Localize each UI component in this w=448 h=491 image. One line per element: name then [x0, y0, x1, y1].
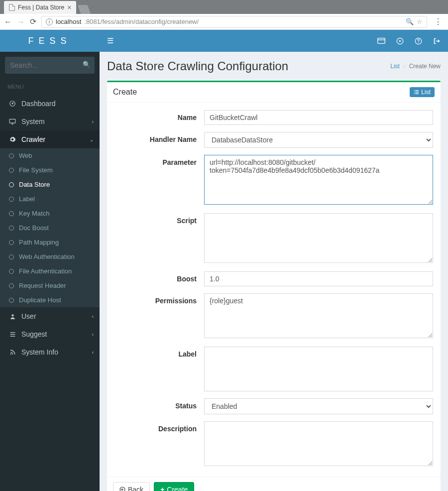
box-title: Create [113, 88, 137, 97]
create-button[interactable]: Create [154, 482, 194, 491]
svg-point-7 [10, 354, 11, 355]
hamburger-icon[interactable]: ☰ [107, 36, 113, 45]
script-textarea[interactable] [204, 213, 433, 263]
search-input[interactable] [5, 57, 95, 74]
close-icon[interactable]: × [67, 3, 71, 11]
sign-out-icon[interactable] [433, 37, 441, 45]
app-logo[interactable]: FESS [0, 30, 100, 52]
page-title: Data Store Crawling Configuration [107, 59, 288, 73]
sidebar-sub-web-auth[interactable]: Web Authentication [0, 249, 100, 264]
search-in-page-icon[interactable]: 🔍 [406, 18, 414, 25]
svg-rect-2 [9, 119, 15, 123]
url-path: :8081/fess/admin/dataconfig/createnew/ [84, 18, 199, 25]
card-icon[interactable] [377, 38, 385, 44]
handler-label: Handler Name [114, 132, 204, 148]
plus-icon [160, 486, 164, 491]
sidebar: FESS 🔍 MENU Dashboard System ‹ Crawler ⌄ [0, 30, 100, 491]
status-label: Status [114, 398, 204, 414]
crawler-submenu: Web File System Data Store Label Key Mat… [0, 148, 100, 307]
browser-chrome: Fess | Data Store × ← → ⟳ i localhost:80… [0, 0, 448, 30]
user-icon [7, 313, 17, 320]
back-icon[interactable]: ← [4, 17, 12, 26]
play-circle-icon[interactable] [396, 37, 404, 45]
sidebar-sub-web[interactable]: Web [0, 148, 100, 163]
chevron-down-icon: ⌄ [90, 137, 94, 142]
handler-select[interactable]: DatabaseDataStore [204, 132, 433, 148]
boost-input[interactable] [204, 271, 433, 286]
sidebar-item-label: Dashboard [21, 100, 56, 108]
arrow-left-icon [119, 487, 125, 491]
circle-icon [9, 153, 14, 158]
menu-header: MENU [0, 79, 100, 95]
sidebar-item-label: User [21, 312, 36, 320]
browser-tab-bar: Fess | Data Store × [0, 0, 448, 14]
help-circle-icon[interactable] [415, 37, 422, 45]
svg-point-18 [414, 92, 415, 92]
circle-icon [9, 182, 14, 187]
sidebar-item-label: System Info [21, 348, 58, 356]
description-textarea[interactable] [204, 421, 433, 466]
circle-icon [9, 269, 14, 274]
parameter-textarea[interactable] [204, 155, 433, 205]
label-listbox[interactable] [204, 347, 433, 391]
svg-point-19 [414, 94, 415, 94]
permissions-textarea[interactable] [204, 293, 433, 338]
sidebar-item-system-info[interactable]: System Info ‹ [0, 343, 100, 361]
sidebar-item-user[interactable]: User ‹ [0, 307, 100, 325]
sidebar-sub-label[interactable]: Label [0, 192, 100, 206]
sidebar-sub-request-header[interactable]: Request Header [0, 278, 100, 293]
script-label: Script [114, 213, 204, 264]
list-button[interactable]: List [410, 87, 435, 97]
reload-icon[interactable]: ⟳ [30, 17, 36, 26]
sidebar-sub-duplicate-host[interactable]: Duplicate Host [0, 293, 100, 307]
bookmark-star-icon[interactable]: ☆ [417, 18, 423, 25]
svg-point-17 [414, 90, 415, 91]
browser-tab[interactable]: Fess | Data Store × [4, 1, 76, 14]
sidebar-item-suggest[interactable]: Suggest ‹ [0, 325, 100, 343]
chevron-left-icon: ‹ [92, 332, 94, 337]
desktop-icon [7, 119, 17, 124]
search-icon[interactable]: 🔍 [83, 61, 91, 68]
back-button[interactable]: Back [113, 482, 150, 491]
permissions-label: Permissions [114, 293, 204, 340]
sidebar-sub-key-match[interactable]: Key Match [0, 206, 100, 221]
breadcrumb-current: Create New [409, 63, 441, 70]
circle-icon [9, 168, 14, 173]
rss-icon [7, 349, 17, 356]
breadcrumb-list[interactable]: List [390, 63, 400, 70]
browser-menu-icon[interactable]: ⋮ [432, 17, 444, 26]
sidebar-item-label: Suggest [21, 330, 47, 338]
circle-icon [9, 283, 14, 288]
sidebar-sub-data-store[interactable]: Data Store [0, 177, 100, 192]
tab-title: Fess | Data Store [18, 4, 64, 11]
cogs-icon [7, 136, 17, 143]
browser-address-bar: ← → ⟳ i localhost:8081/fess/admin/dataco… [0, 14, 448, 30]
dashboard-icon [7, 100, 17, 107]
chevron-left-icon: ‹ [92, 119, 94, 124]
new-tab-button[interactable] [78, 5, 91, 14]
name-input[interactable] [204, 110, 433, 125]
list-icon [7, 332, 17, 337]
svg-point-1 [12, 103, 13, 104]
sidebar-item-crawler[interactable]: Crawler ⌄ [0, 130, 100, 148]
url-input[interactable]: i localhost:8081/fess/admin/dataconfig/c… [41, 16, 427, 28]
forward-icon[interactable]: → [17, 17, 25, 26]
sidebar-sub-file-auth[interactable]: File Authentication [0, 264, 100, 278]
circle-icon [9, 240, 14, 245]
breadcrumb: List › Create New [390, 63, 441, 70]
sidebar-item-dashboard[interactable]: Dashboard [0, 95, 100, 113]
sidebar-sub-path-mapping[interactable]: Path Mapping [0, 235, 100, 249]
circle-icon [9, 197, 14, 202]
svg-point-3 [11, 314, 13, 316]
topbar: ☰ [100, 30, 448, 52]
site-info-icon[interactable]: i [46, 18, 53, 25]
chevron-left-icon: ‹ [92, 314, 94, 319]
list-icon [414, 90, 419, 95]
chevron-left-icon: ‹ [92, 350, 94, 355]
sidebar-sub-file-system[interactable]: File System [0, 163, 100, 177]
boost-label: Boost [114, 271, 204, 286]
url-host: localhost [56, 18, 81, 25]
sidebar-item-system[interactable]: System ‹ [0, 113, 100, 130]
sidebar-sub-doc-boost[interactable]: Doc Boost [0, 221, 100, 235]
status-select[interactable]: Enabled [204, 398, 433, 414]
